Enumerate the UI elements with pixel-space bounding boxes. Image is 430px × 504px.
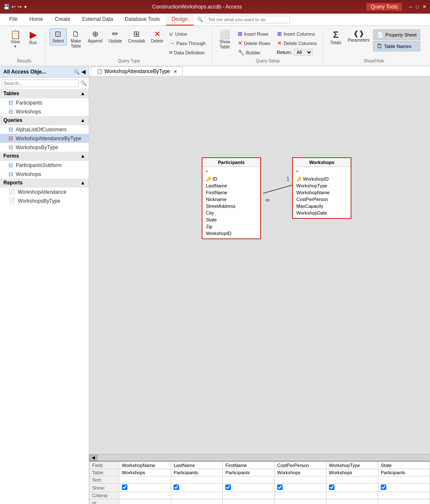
table-cell-4[interactable]: Workshops (275, 469, 326, 476)
participants-field-city[interactable]: City (202, 210, 260, 216)
participants-field-nickname[interactable]: Nickname (202, 196, 260, 203)
tab-create[interactable]: Create (49, 14, 76, 25)
criteria-cell-1[interactable] (119, 492, 171, 499)
criteria-cell-2[interactable] (171, 492, 223, 499)
sidebar-section-queries[interactable]: Queries ▲ (0, 116, 89, 125)
show-check-1[interactable] (122, 484, 127, 490)
scroll-left-btn[interactable]: ◀ (89, 455, 98, 461)
parameters-btn[interactable]: ❰❱ Parameters (345, 28, 372, 45)
participants-field-streetaddress[interactable]: StreetAddress (202, 203, 260, 210)
h-scrollbar[interactable]: ◀ (89, 454, 430, 461)
sort-cell-2[interactable] (171, 476, 223, 484)
or-cell-1[interactable] (119, 499, 171, 504)
sidebar-item-participants[interactable]: ⊟ Participants (0, 98, 89, 107)
workshops-field-workshoptype[interactable]: WorkshopType (293, 182, 351, 189)
field-cell-6[interactable]: State (378, 462, 430, 469)
tab-home[interactable]: Home (23, 14, 49, 25)
minimize-btn[interactable]: ─ (409, 4, 413, 10)
update-btn[interactable]: ✏ Update (106, 28, 124, 45)
table-cell-3[interactable]: Participants (223, 469, 275, 476)
participants-field-firstname[interactable]: FirstName (202, 189, 260, 196)
show-check-3[interactable] (225, 484, 231, 490)
sort-cell-4[interactable] (275, 476, 326, 484)
sidebar-collapse-icon[interactable]: ◀ (82, 69, 85, 75)
crosstab-btn[interactable]: ⊞ Crosstab (126, 28, 148, 45)
tab-database-tools[interactable]: Database Tools (119, 14, 166, 25)
delete-rows-btn[interactable]: ✕ Delete Rows (235, 39, 273, 48)
sidebar-section-forms[interactable]: Forms ▲ (0, 152, 89, 161)
sidebar-item-workshops-form[interactable]: ⊟ Workshops (0, 170, 89, 178)
sidebar-item-workshops-by-type-report[interactable]: 📄 WorkshopsByType (0, 196, 89, 205)
workshops-field-workshopdate[interactable]: WorkshopDate (293, 210, 351, 216)
field-cell-3[interactable]: FirstName (223, 462, 275, 469)
table-names-btn[interactable]: 🗒 Table Names (373, 41, 420, 51)
field-cell-1[interactable]: WorkshopName (119, 462, 171, 469)
show-cell-6[interactable] (378, 484, 430, 492)
show-cell-3[interactable] (223, 484, 275, 492)
participants-field-workshopid[interactable]: WorkshopID (202, 230, 260, 237)
maximize-btn[interactable]: □ (416, 4, 419, 10)
field-cell-5[interactable]: WorkshopType (326, 462, 378, 469)
participants-field-state[interactable]: State (202, 216, 260, 223)
sidebar-item-workshop-attendance[interactable]: ⊟ WorkshopAttendanceByType (0, 134, 89, 143)
union-btn[interactable]: ∪ Union (166, 29, 208, 38)
criteria-cell-4[interactable] (275, 492, 326, 499)
select-btn[interactable]: ⊡ Select (50, 28, 67, 45)
delete-btn[interactable]: ✕ Delete (149, 28, 166, 45)
sidebar-item-workshop-attendance-report[interactable]: 📄 WorkshopAttendance (0, 187, 89, 196)
criteria-cell-3[interactable] (223, 492, 275, 499)
sidebar-item-workshops-table[interactable]: ⊟ Workshops (0, 107, 89, 116)
sidebar-section-reports[interactable]: Reports ▲ (0, 178, 89, 187)
table-cell-6[interactable]: Participants (378, 469, 430, 476)
tab-file[interactable]: File (3, 14, 23, 25)
or-cell-3[interactable] (223, 499, 275, 504)
participants-field-id[interactable]: 🔑 ID (202, 176, 260, 182)
participants-field-lastname[interactable]: LastName (202, 182, 260, 189)
return-select[interactable]: All 5 25 100 (294, 49, 313, 56)
data-definition-btn[interactable]: ≡ Data Definition (166, 48, 208, 57)
append-btn[interactable]: ⊕ Append (85, 28, 105, 45)
sort-cell-6[interactable] (378, 476, 430, 484)
builder-btn[interactable]: 🔧 Builder (235, 48, 273, 57)
field-cell-4[interactable]: CostPerPerson (275, 462, 326, 469)
show-cell-2[interactable] (171, 484, 223, 492)
totals-btn[interactable]: Σ Totals (327, 28, 344, 47)
pass-through-btn[interactable]: → Pass-Through (166, 39, 208, 48)
view-btn[interactable]: 📋 View ▼ (7, 28, 24, 50)
tab-external-data[interactable]: External Data (76, 14, 119, 25)
table-cell-5[interactable]: Workshops (326, 469, 378, 476)
criteria-cell-6[interactable] (378, 492, 430, 499)
field-cell-2[interactable]: LastName (171, 462, 223, 469)
participants-field-zip[interactable]: Zip (202, 223, 260, 230)
workshops-field-workshopname[interactable]: WorkshopName (293, 189, 351, 196)
undo-icon[interactable]: ↩ (11, 4, 16, 10)
sort-cell-1[interactable] (119, 476, 171, 484)
workshops-field-workshopid[interactable]: 🔑 WorkshopID (293, 176, 351, 182)
criteria-cell-5[interactable] (326, 492, 378, 499)
sort-cell-3[interactable] (223, 476, 275, 484)
dropdown-icon[interactable]: ▼ (23, 5, 28, 9)
show-table-btn[interactable]: ⬜ ShowTable (216, 28, 233, 51)
scroll-track[interactable] (98, 455, 430, 460)
or-cell-2[interactable] (171, 499, 223, 504)
property-sheet-btn[interactable]: 📄 Property Sheet (373, 29, 420, 40)
sidebar-item-workshops-by-type[interactable]: ⊟ WorkshopsByType (0, 143, 89, 152)
or-cell-4[interactable] (275, 499, 326, 504)
sidebar-section-tables[interactable]: Tables ▲ (0, 89, 89, 98)
sidebar-item-alpha-list[interactable]: ⊟ AlphaListOfCustomers (0, 125, 89, 134)
criteria-input-6[interactable] (381, 493, 427, 498)
show-cell-1[interactable] (119, 484, 171, 492)
show-cell-4[interactable] (275, 484, 326, 492)
tab-design[interactable]: Design (166, 14, 194, 25)
or-cell-6[interactable] (378, 499, 430, 504)
show-check-5[interactable] (329, 484, 334, 490)
ribbon-search-input[interactable] (205, 16, 290, 23)
query-tab-main[interactable]: 📋 WorkshopAttendanceByType ✕ (91, 66, 183, 76)
table-cell-1[interactable]: Workshops (119, 469, 171, 476)
show-check-2[interactable] (174, 484, 179, 490)
redo-icon[interactable]: ↪ (17, 4, 22, 10)
sort-cell-5[interactable] (326, 476, 378, 484)
save-icon[interactable]: 💾 (3, 4, 10, 10)
sidebar-item-participants-subform[interactable]: ⊟ ParticipantsSubform (0, 161, 89, 170)
workshops-field-maxcapacity[interactable]: MaxCapacity (293, 203, 351, 210)
